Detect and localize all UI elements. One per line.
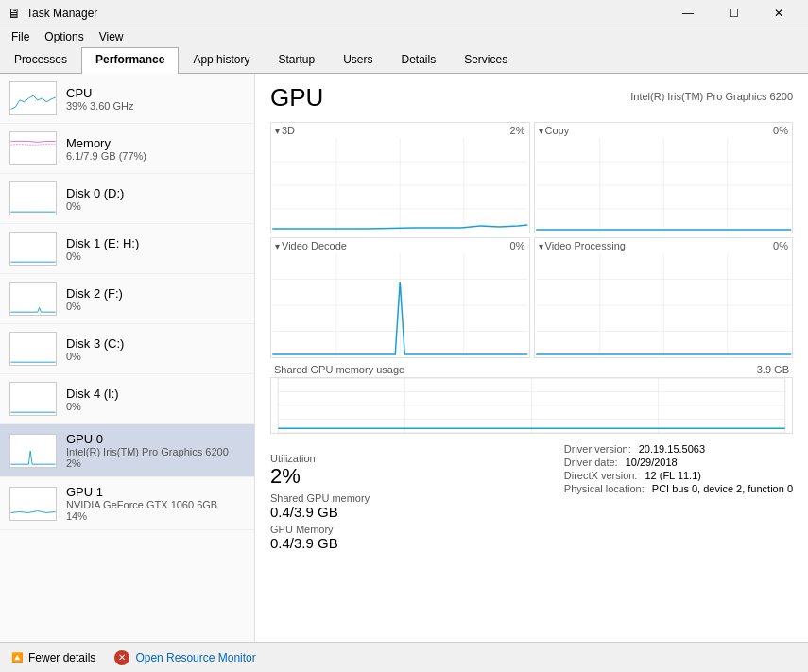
chevron-copy-icon: ▾ (539, 126, 543, 136)
gpu0-info: GPU 0 Intel(R) Iris(TM) Pro Graphics 620… (66, 432, 245, 469)
gpu1-graph (9, 487, 57, 521)
title-bar: 🖥 Task Manager — ☐ ✕ (0, 0, 808, 26)
svg-rect-0 (10, 82, 55, 114)
svg-rect-8 (10, 488, 55, 520)
tab-performance[interactable]: Performance (81, 47, 179, 74)
chart-vdecode-pct: 0% (510, 240, 525, 251)
disk4-info: Disk 4 (I:) 0% (66, 387, 245, 412)
app-icon: 🖥 (8, 6, 21, 21)
bottom-bar: 🔼 Fewer details ✕ Open Resource Monitor (0, 642, 808, 672)
chevron-3d-icon: ▾ (275, 126, 280, 136)
chart-copy-label: ▾ Copy (539, 125, 570, 136)
sidebar-item-disk1[interactable]: Disk 1 (E: H:) 0% (0, 224, 254, 274)
resource-monitor-icon: ✕ (114, 650, 129, 665)
memory-graph (9, 131, 57, 165)
disk1-name: Disk 1 (E: H:) (66, 236, 245, 250)
stats-row: Utilization 2% Shared GPU memory 0.4/3.9… (270, 453, 564, 551)
gpu1-name: GPU 1 (66, 485, 245, 499)
stat-utilization: Utilization 2% (270, 453, 564, 489)
sidebar-item-disk2[interactable]: Disk 2 (F:) 0% (0, 274, 254, 324)
directx-version-row: DirectX version: 12 (FL 11.1) (564, 470, 793, 481)
chart-vprocess-label: ▾ Video Processing (539, 240, 626, 251)
sidebar-item-gpu0[interactable]: GPU 0 Intel(R) Iris(TM) Pro Graphics 620… (0, 424, 254, 477)
disk3-name: Disk 3 (C:) (66, 336, 245, 351)
tab-startup[interactable]: Startup (264, 47, 329, 74)
gpu-subtitle: Intel(R) Iris(TM) Pro Graphics 6200 (630, 91, 793, 102)
sidebar: CPU 39% 3.60 GHz Memory 6.1/7.9 GB (77%) (0, 74, 255, 642)
disk1-graph (9, 232, 57, 266)
sidebar-item-disk0[interactable]: Disk 0 (D:) 0% (0, 174, 254, 224)
memory-section: Shared GPU memory usage 3.9 GB (270, 362, 793, 434)
chart-vdecode: ▾ Video Decode 0% (270, 237, 530, 358)
chart-copy-pct: 0% (773, 125, 788, 136)
disk0-name: Disk 0 (D:) (66, 186, 245, 200)
memory-info: Memory 6.1/7.9 GB (77%) (66, 136, 245, 162)
chevron-vdecode-icon: ▾ (275, 241, 280, 251)
menu-bar: File Options View (0, 26, 808, 47)
sidebar-item-disk4[interactable]: Disk 4 (I:) 0% (0, 374, 254, 424)
disk1-sub: 0% (66, 250, 245, 262)
menu-view[interactable]: View (92, 28, 131, 45)
gpu0-graph (9, 434, 57, 468)
disk2-name: Disk 2 (F:) (66, 286, 245, 301)
memory-sub: 6.1/7.9 GB (77%) (66, 150, 245, 162)
chart-copy-svg (535, 138, 793, 233)
disk2-sub: 0% (66, 301, 245, 312)
svg-rect-6 (10, 383, 55, 415)
memory-chart-svg (270, 377, 793, 434)
close-button[interactable]: ✕ (757, 4, 800, 23)
disk3-info: Disk 3 (C:) 0% (66, 336, 245, 362)
chart-vdecode-label-row: ▾ Video Decode 0% (271, 238, 529, 253)
chart-copy-label-row: ▾ Copy 0% (535, 123, 793, 138)
chart-3d-pct: 2% (510, 125, 525, 136)
chevron-vprocess-icon: ▾ (539, 241, 543, 251)
open-resource-monitor-label: Open Resource Monitor (135, 651, 255, 664)
tab-details[interactable]: Details (387, 47, 450, 74)
disk0-graph (9, 181, 57, 215)
sidebar-item-disk3[interactable]: Disk 3 (C:) 0% (0, 324, 254, 374)
fewer-details-button[interactable]: 🔼 Fewer details (11, 651, 95, 664)
menu-options[interactable]: Options (37, 28, 91, 45)
driver-version-row: Driver version: 20.19.15.5063 (564, 443, 793, 455)
chart-3d-label: ▾ 3D (275, 125, 295, 136)
disk4-name: Disk 4 (I:) (66, 387, 245, 401)
menu-file[interactable]: File (4, 28, 37, 45)
chart-vprocess: ▾ Video Processing 0% (534, 237, 794, 358)
stat-shared-memory: Shared GPU memory 0.4/3.9 GB (270, 492, 564, 520)
disk2-info: Disk 2 (F:) 0% (66, 286, 245, 312)
fewer-details-label: Fewer details (28, 651, 95, 664)
driver-info: Driver version: 20.19.15.5063 Driver dat… (564, 443, 793, 496)
chevron-up-icon: 🔼 (11, 652, 23, 663)
minimize-button[interactable]: — (666, 4, 710, 23)
memory-chart-value: 3.9 GB (757, 364, 789, 375)
sidebar-item-cpu[interactable]: CPU 39% 3.60 GHz (0, 74, 254, 124)
tab-services[interactable]: Services (450, 47, 522, 74)
disk3-sub: 0% (66, 351, 245, 362)
cpu-info: CPU 39% 3.60 GHz (66, 86, 245, 112)
tab-processes[interactable]: Processes (0, 47, 81, 74)
window-title: Task Manager (26, 7, 666, 20)
gpu0-sub: Intel(R) Iris(TM) Pro Graphics 62002% (66, 446, 245, 469)
disk0-sub: 0% (66, 200, 245, 212)
open-resource-monitor-button[interactable]: ✕ Open Resource Monitor (114, 650, 255, 665)
maximize-button[interactable]: ☐ (712, 4, 755, 23)
memory-chart-label: Shared GPU memory usage (274, 364, 404, 375)
svg-rect-4 (10, 283, 55, 315)
svg-rect-1 (10, 132, 55, 164)
tab-apphistory[interactable]: App history (179, 47, 264, 74)
sidebar-item-memory[interactable]: Memory 6.1/7.9 GB (77%) (0, 124, 254, 174)
cpu-sub: 39% 3.60 GHz (66, 100, 245, 112)
cpu-graph (9, 81, 57, 115)
disk0-info: Disk 0 (D:) 0% (66, 186, 245, 212)
tab-users[interactable]: Users (329, 47, 387, 74)
cpu-name: CPU (66, 86, 245, 100)
memory-name: Memory (66, 136, 245, 150)
svg-rect-3 (10, 233, 55, 265)
charts-grid: ▾ 3D 2% (270, 122, 793, 358)
sidebar-item-gpu1[interactable]: GPU 1 NVIDIA GeForce GTX 1060 6GB14% (0, 477, 254, 530)
driver-date-row: Driver date: 10/29/2018 (564, 457, 793, 468)
window-controls: — ☐ ✕ (666, 4, 800, 23)
chart-3d-label-row: ▾ 3D 2% (271, 123, 529, 138)
disk4-sub: 0% (66, 401, 245, 412)
chart-vdecode-svg (271, 253, 529, 357)
